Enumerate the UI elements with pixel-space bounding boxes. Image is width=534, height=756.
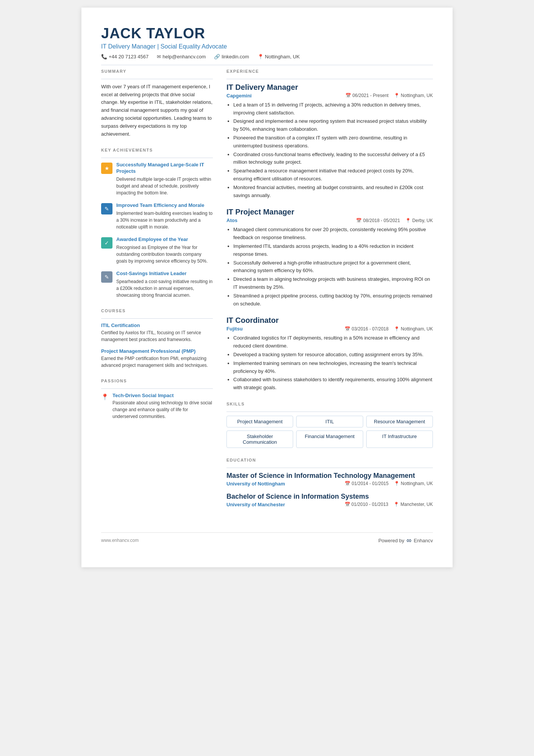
achievement-title: Cost-Savings Initiative Leader <box>116 271 213 277</box>
exp-dates-loc: 📅 06/2021 - Present 📍 Nottingham, UK <box>345 93 433 98</box>
location-contact: 📍 Nottingham, UK <box>258 54 300 59</box>
passion-desc: Passionate about using technology to dri… <box>112 399 213 420</box>
achievement-icon-wrap: ✎ <box>101 271 112 283</box>
exp-location: 📍 Nottingham, UK <box>394 93 433 98</box>
exp-bullet: Coordinated cross-functional teams effec… <box>233 151 433 167</box>
achievement-desc: Implemented team-building exercises lead… <box>116 210 213 230</box>
skill-tag: Stakeholder Communication <box>226 430 293 448</box>
email-icon: ✉ <box>157 54 161 59</box>
achievement-item: ★ Successfully Managed Large-Scale IT Pr… <box>101 162 213 196</box>
achievement-icon: ★ <box>105 165 109 171</box>
linkedin-contact: 🔗 linkedin.com <box>214 54 249 59</box>
exp-bullet: Coordinated logistics for IT deployments… <box>233 334 433 350</box>
experience-item: IT Coordinator Fujitsu 📅 03/2016 - 07/20… <box>226 316 433 392</box>
achievements-list: ★ Successfully Managed Large-Scale IT Pr… <box>101 162 213 298</box>
passion-content: Tech-Driven Social Impact Passionate abo… <box>112 393 213 420</box>
phone-contact: 📞 +44 20 7123 4567 <box>101 54 148 59</box>
experience-item: IT Delivery Manager Capgemini 📅 06/2021 … <box>226 83 433 200</box>
course-title: ITIL Certification <box>101 322 213 328</box>
passions-list: 📍 Tech-Driven Social Impact Passionate a… <box>101 393 213 420</box>
brand-name: Enhancv <box>414 538 433 543</box>
achievement-desc: Delivered multiple large-scale IT projec… <box>116 176 213 196</box>
exp-dates-loc: 📅 08/2018 - 05/2021 📍 Derby, UK <box>356 218 433 223</box>
skills-label: SKILLS <box>226 402 433 406</box>
skills-section: SKILLS Project ManagementITILResource Ma… <box>226 402 433 448</box>
footer-logo: Powered by ∞ Enhancv <box>378 537 433 545</box>
powered-by-text: Powered by <box>378 538 404 543</box>
footer-website: www.enhancv.com <box>101 538 139 543</box>
skills-divider <box>226 412 433 412</box>
candidate-title: IT Delivery Manager | Social Equality Ad… <box>101 43 433 50</box>
skill-tag: Resource Management <box>366 416 433 427</box>
exp-bullet: Collaborated with business stakeholders … <box>233 376 433 392</box>
exp-dates: 📅 08/2018 - 05/2021 <box>356 218 400 223</box>
header-divider <box>101 65 433 65</box>
key-achievements-label: KEY ACHIEVEMENTS <box>101 148 213 152</box>
right-column: EXPERIENCE IT Delivery Manager Capgemini… <box>226 69 433 517</box>
exp-dates: 📅 06/2021 - Present <box>345 93 389 98</box>
education-section: EDUCATION Master of Science in Informati… <box>226 458 433 507</box>
education-item: Master of Science in Information Technol… <box>226 472 433 487</box>
exp-bullets-list: Led a team of 15 in delivering IT projec… <box>226 101 433 200</box>
passions-divider <box>101 388 213 389</box>
exp-bullet: Developed a tracking system for resource… <box>233 351 433 359</box>
achievement-item: ✓ Awarded Employee of the Year Recognise… <box>101 236 213 265</box>
resume-page: JACK TAYLOR IT Delivery Manager | Social… <box>81 8 453 567</box>
achievement-icon-wrap: ✓ <box>101 237 112 249</box>
experience-item: IT Project Manager Atos 📅 08/2018 - 05/2… <box>226 208 433 308</box>
achievement-content: Cost-Savings Initiative Leader Spearhead… <box>116 271 213 299</box>
edu-dates-loc: 📅 01/2010 - 01/2013 📍 Manchester, UK <box>345 502 433 507</box>
edu-location: 📍 Manchester, UK <box>393 502 433 507</box>
exp-location: 📍 Nottingham, UK <box>394 326 433 332</box>
achievement-icon-wrap: ✎ <box>101 203 112 214</box>
edu-dates-loc: 📅 01/2014 - 01/2015 📍 Nottingham, UK <box>345 481 433 486</box>
exp-meta: Capgemini 📅 06/2021 - Present 📍 Nottingh… <box>226 93 433 99</box>
skill-tag: Financial Management <box>296 430 363 448</box>
course-item: ITIL Certification Certified by Axelos f… <box>101 322 213 343</box>
courses-divider <box>101 318 213 319</box>
location-icon: 📍 <box>258 54 264 59</box>
experience-section: EXPERIENCE IT Delivery Manager Capgemini… <box>226 69 433 392</box>
exp-dates: 📅 03/2016 - 07/2018 <box>345 326 389 332</box>
courses-label: COURSES <box>101 308 213 313</box>
email-contact: ✉ help@enhancv.com <box>157 54 206 59</box>
candidate-name: JACK TAYLOR <box>101 26 433 42</box>
passions-section: PASSIONS 📍 Tech-Driven Social Impact Pas… <box>101 379 213 420</box>
education-label: EDUCATION <box>226 458 433 462</box>
link-icon: 🔗 <box>214 54 220 59</box>
key-achievements-section: KEY ACHIEVEMENTS ★ Successfully Managed … <box>101 148 213 298</box>
edu-meta: University of Nottingham 📅 01/2014 - 01/… <box>226 481 433 487</box>
left-column: SUMMARY With over 7 years of IT manageme… <box>101 69 213 517</box>
summary-section: SUMMARY With over 7 years of IT manageme… <box>101 69 213 138</box>
achievement-icon-wrap: ★ <box>101 163 112 174</box>
exp-meta: Fujitsu 📅 03/2016 - 07/2018 📍 Nottingham… <box>226 326 433 332</box>
achievement-title: Awarded Employee of the Year <box>116 236 213 243</box>
exp-bullet: Managed client communications for over 2… <box>233 226 433 242</box>
exp-meta: Atos 📅 08/2018 - 05/2021 📍 Derby, UK <box>226 218 433 223</box>
achievement-icon: ✎ <box>105 274 109 280</box>
achievement-content: Successfully Managed Large-Scale IT Proj… <box>116 162 213 196</box>
education-list: Master of Science in Information Technol… <box>226 472 433 507</box>
achievement-icon: ✓ <box>105 240 109 246</box>
achievement-desc: Recognised as Employee of the Year for o… <box>116 244 213 265</box>
edu-degree: Master of Science in Information Technol… <box>226 472 433 480</box>
experience-list: IT Delivery Manager Capgemini 📅 06/2021 … <box>226 83 433 392</box>
exp-bullet: Spearheaded a resource management initia… <box>233 167 433 183</box>
exp-bullet: Streamlined a project pipeline process, … <box>233 292 433 308</box>
course-desc: Earned the PMP certification from PMI, e… <box>101 355 213 369</box>
exp-bullet: Implemented ITIL standards across projec… <box>233 243 433 258</box>
main-layout: SUMMARY With over 7 years of IT manageme… <box>101 69 433 517</box>
achievement-item: ✎ Improved Team Efficiency and Morale Im… <box>101 202 213 230</box>
exp-company: Fujitsu <box>226 326 243 332</box>
experience-label: EXPERIENCE <box>226 69 433 74</box>
exp-bullet: Successfully delivered a high-profile in… <box>233 259 433 275</box>
education-divider <box>226 468 433 468</box>
passion-title: Tech-Driven Social Impact <box>112 393 213 398</box>
brand-icon: ∞ <box>407 537 412 545</box>
skill-tag: IT Infrastructure <box>366 430 433 448</box>
exp-bullet: Monitored financial activities, meeting … <box>233 184 433 200</box>
achievements-divider <box>101 158 213 158</box>
summary-text: With over 7 years of IT management exper… <box>101 83 213 138</box>
achievement-desc: Spearheaded a cost-saving initiative res… <box>116 278 213 299</box>
course-title: Project Management Professional (PMP) <box>101 348 213 354</box>
